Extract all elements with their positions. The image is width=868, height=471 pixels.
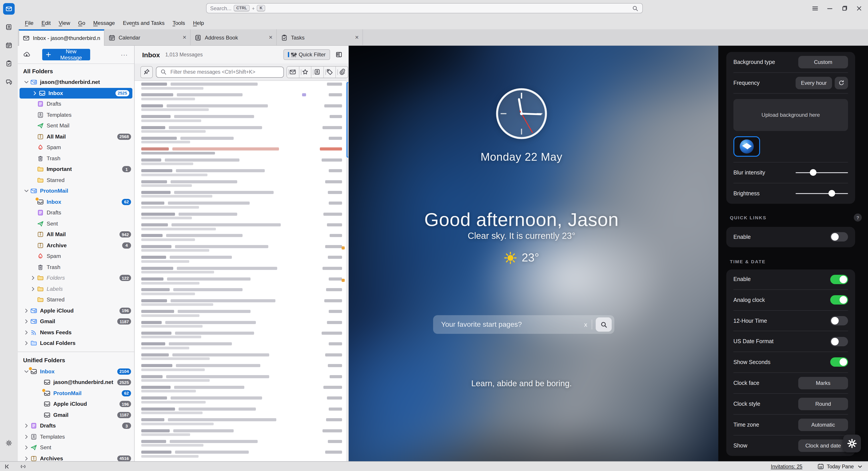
setting-clock-style-select[interactable]: Round bbox=[798, 398, 848, 410]
setting-us-date-format-toggle[interactable] bbox=[830, 337, 848, 346]
message-row[interactable] bbox=[134, 243, 348, 254]
setting-background-type-select[interactable]: Custom bbox=[798, 56, 848, 68]
sidebar-item-inbox[interactable]: Inbox62 bbox=[18, 196, 134, 207]
message-row[interactable] bbox=[134, 156, 348, 167]
sidebar-item-starred[interactable]: Starred bbox=[18, 175, 134, 186]
filter-contacts-button[interactable] bbox=[311, 66, 323, 77]
message-list-scrollbar[interactable] bbox=[346, 80, 348, 461]
refresh-button[interactable] bbox=[835, 77, 848, 89]
message-row[interactable] bbox=[134, 135, 348, 145]
clear-search-button[interactable]: x bbox=[580, 321, 592, 328]
sidebar-item-templates[interactable]: Templates bbox=[18, 431, 134, 442]
space-chat[interactable] bbox=[3, 76, 15, 88]
sidebar-item-spam[interactable]: Spam bbox=[18, 142, 134, 153]
message-row[interactable] bbox=[134, 297, 348, 308]
message-row[interactable] bbox=[134, 308, 348, 318]
sidebar-item-all-mail[interactable]: All Mail942 bbox=[18, 229, 134, 240]
message-row[interactable] bbox=[134, 405, 348, 416]
sidebar-item-jason-thunderbird-net[interactable]: jason@thunderbird.net2525 bbox=[18, 377, 134, 388]
message-row[interactable] bbox=[134, 264, 348, 275]
space-settings[interactable] bbox=[3, 437, 15, 449]
space-calendar[interactable] bbox=[3, 39, 15, 51]
help-button[interactable]: ? bbox=[854, 213, 862, 222]
sidebar-item-starred[interactable]: Starred bbox=[18, 294, 134, 305]
sidebar-item-apple-icloud[interactable]: Apple iCloud196 bbox=[18, 399, 134, 409]
message-row[interactable] bbox=[134, 189, 348, 200]
sidebar-item-trash[interactable]: Trash bbox=[18, 262, 134, 273]
menu-view[interactable]: View bbox=[55, 19, 74, 27]
message-row[interactable] bbox=[134, 124, 348, 135]
menu-message[interactable]: Message bbox=[89, 19, 119, 27]
tab-tasks[interactable]: Tasks✕ bbox=[277, 29, 363, 46]
setting-time-zone-select[interactable]: Automatic bbox=[798, 418, 848, 431]
background-thumbnail-selected[interactable] bbox=[734, 136, 760, 157]
sidebar-item-jason-thunderbird-net[interactable]: jason@thunderbird.net bbox=[18, 77, 134, 88]
sidebar-item-labels[interactable]: Labels bbox=[18, 283, 134, 294]
start-search-input[interactable] bbox=[440, 320, 580, 329]
setting-show-select[interactable]: Clock and date bbox=[798, 439, 848, 452]
settings-gear-button[interactable] bbox=[843, 435, 861, 452]
sidebar-item-gmail[interactable]: Gmail1187 bbox=[18, 316, 134, 327]
menu-tools[interactable]: Tools bbox=[168, 19, 189, 27]
sidebar-item-important[interactable]: Important1 bbox=[18, 164, 134, 175]
message-row[interactable] bbox=[134, 438, 348, 448]
setting-frequency-select[interactable]: Every hour bbox=[796, 77, 832, 89]
tab-address-book[interactable]: Address Book✕ bbox=[191, 29, 277, 46]
folder-pane-options-button[interactable]: ··· bbox=[121, 51, 128, 58]
tab-calendar[interactable]: Calendar✕ bbox=[105, 29, 191, 46]
message-row[interactable] bbox=[134, 102, 348, 113]
menu-events-and-tasks[interactable]: Events and Tasks bbox=[119, 19, 168, 27]
chevron-right-icon[interactable] bbox=[23, 340, 30, 347]
sidebar-item-drafts[interactable]: Drafts3 bbox=[18, 420, 134, 431]
minimize-button[interactable] bbox=[825, 3, 835, 13]
space-address-book[interactable] bbox=[3, 21, 15, 33]
message-row[interactable] bbox=[134, 178, 348, 189]
sidebar-item-protonmail[interactable]: ProtonMail bbox=[18, 186, 134, 196]
global-search-input[interactable]: Search... CTRL + K bbox=[206, 3, 643, 13]
message-row[interactable] bbox=[134, 254, 348, 265]
message-row[interactable] bbox=[134, 275, 348, 286]
setting-enable-toggle[interactable] bbox=[830, 232, 848, 242]
sidebar-item-protonmail[interactable]: ProtonMail62 bbox=[18, 388, 134, 399]
chevron-right-icon[interactable] bbox=[32, 90, 38, 97]
chevron-down-icon[interactable] bbox=[23, 79, 30, 86]
chevron-right-icon[interactable] bbox=[23, 444, 30, 451]
message-row[interactable] bbox=[134, 91, 348, 102]
chevron-right-icon[interactable] bbox=[23, 455, 30, 462]
message-row[interactable] bbox=[134, 416, 348, 427]
message-row[interactable] bbox=[134, 395, 348, 405]
setting-show-seconds-toggle[interactable] bbox=[830, 358, 848, 367]
setting-blur-intensity-slider[interactable] bbox=[796, 168, 848, 177]
upload-background-dropzone[interactable]: Upload background here bbox=[734, 99, 848, 131]
filter-messages-input[interactable] bbox=[169, 69, 280, 75]
get-messages-button[interactable] bbox=[23, 51, 30, 58]
sidebar-item-sent[interactable]: Sent bbox=[18, 442, 134, 453]
message-row[interactable] bbox=[134, 210, 348, 221]
setting-analog-clock-toggle[interactable] bbox=[830, 296, 848, 305]
chevron-right-icon[interactable] bbox=[30, 285, 36, 293]
message-row[interactable] bbox=[134, 351, 348, 362]
message-row[interactable] bbox=[134, 113, 348, 124]
chevron-right-icon[interactable] bbox=[23, 423, 30, 430]
close-button[interactable] bbox=[854, 3, 864, 13]
message-row[interactable] bbox=[134, 427, 348, 438]
message-row[interactable] bbox=[134, 329, 348, 340]
message-row[interactable] bbox=[134, 448, 348, 460]
space-tasks[interactable] bbox=[3, 58, 15, 69]
sidebar-item-spam[interactable]: Spam bbox=[18, 251, 134, 262]
message-row[interactable] bbox=[134, 318, 348, 329]
close-tab-icon[interactable]: ✕ bbox=[355, 35, 359, 40]
sidebar-item-apple-icloud[interactable]: Apple iCloud196 bbox=[18, 305, 134, 316]
message-row[interactable] bbox=[134, 167, 348, 178]
message-row[interactable] bbox=[134, 373, 348, 383]
message-row[interactable] bbox=[134, 221, 348, 232]
sidebar-item-inbox[interactable]: Inbox2104 bbox=[18, 366, 134, 377]
chevron-right-icon[interactable] bbox=[23, 318, 30, 325]
filter-star-button[interactable] bbox=[299, 66, 311, 77]
today-pane-toggle[interactable]: 22 Today Pane bbox=[817, 463, 864, 470]
sidebar-item-drafts[interactable]: Drafts bbox=[18, 207, 134, 218]
pin-filter-button[interactable] bbox=[141, 66, 153, 78]
message-row[interactable] bbox=[134, 232, 348, 243]
maximize-button[interactable] bbox=[839, 3, 850, 13]
message-row[interactable] bbox=[134, 383, 348, 395]
